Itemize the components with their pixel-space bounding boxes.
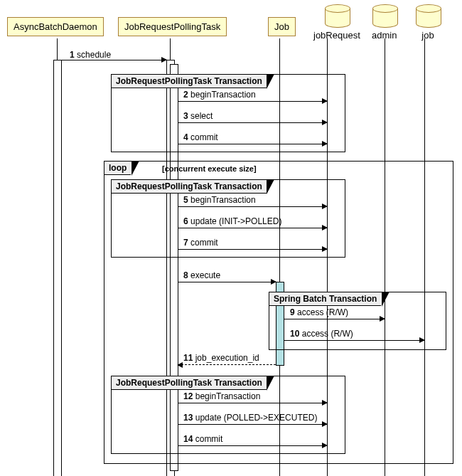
message-arrow bbox=[178, 228, 327, 228]
message-arrow bbox=[178, 282, 276, 282]
message-arrow bbox=[178, 403, 327, 403]
message-label: 9 access (R/W) bbox=[290, 307, 348, 317]
message-return-arrow bbox=[178, 364, 276, 366]
message-label: 7 commit bbox=[183, 238, 218, 248]
database-job-request: jobRequest bbox=[313, 4, 360, 41]
message-arrow bbox=[61, 60, 166, 60]
message-arrow bbox=[178, 101, 327, 102]
frame-label: JobRequestPollingTask Transaction bbox=[111, 74, 267, 88]
database-admin: admin bbox=[372, 4, 397, 41]
message-label: 10 access (R/W) bbox=[290, 329, 353, 339]
message-label: 4 commit bbox=[183, 132, 218, 142]
frame-label: Spring Batch Transaction bbox=[269, 292, 381, 306]
frame-label: JobRequestPollingTask Transaction bbox=[111, 376, 267, 390]
db-label: jobRequest bbox=[313, 30, 360, 41]
message-label: 5 beginTransaction bbox=[183, 195, 256, 205]
message-arrow bbox=[284, 340, 424, 341]
message-label: 6 update (INIT->POLLED) bbox=[183, 216, 281, 226]
message-label: 14 commit bbox=[183, 434, 222, 444]
message-label: 8 execute bbox=[183, 270, 220, 280]
participant-job-request-polling-task: JobRequestPollingTask bbox=[118, 17, 227, 36]
message-arrow bbox=[178, 249, 327, 250]
participant-async-batch-daemon: AsyncBatchDaemon bbox=[7, 17, 104, 36]
message-label: 3 select bbox=[183, 111, 213, 121]
participant-job: Job bbox=[268, 17, 296, 36]
message-arrow bbox=[178, 144, 327, 144]
activation-bar bbox=[53, 60, 62, 476]
frame-transaction-1: JobRequestPollingTask Transaction bbox=[111, 74, 345, 152]
frame-label: JobRequestPollingTask Transaction bbox=[111, 179, 267, 194]
message-label: 12 beginTransaction bbox=[183, 391, 260, 401]
message-label: 2 beginTransaction bbox=[183, 90, 256, 100]
message-label: 13 update (POLLED->EXECUTED) bbox=[183, 413, 317, 423]
frame-label: loop bbox=[104, 161, 131, 175]
message-arrow bbox=[178, 122, 327, 123]
message-arrow bbox=[284, 319, 385, 319]
message-arrow bbox=[178, 424, 327, 425]
message-arrow bbox=[178, 206, 327, 207]
message-label: 11 job_execution_id bbox=[183, 353, 259, 363]
database-job: job bbox=[416, 4, 440, 41]
message-label: 1 schedule bbox=[70, 50, 111, 60]
message-arrow bbox=[178, 445, 327, 446]
loop-condition: [concurrent execute size] bbox=[162, 164, 257, 173]
db-label: job bbox=[416, 30, 440, 41]
